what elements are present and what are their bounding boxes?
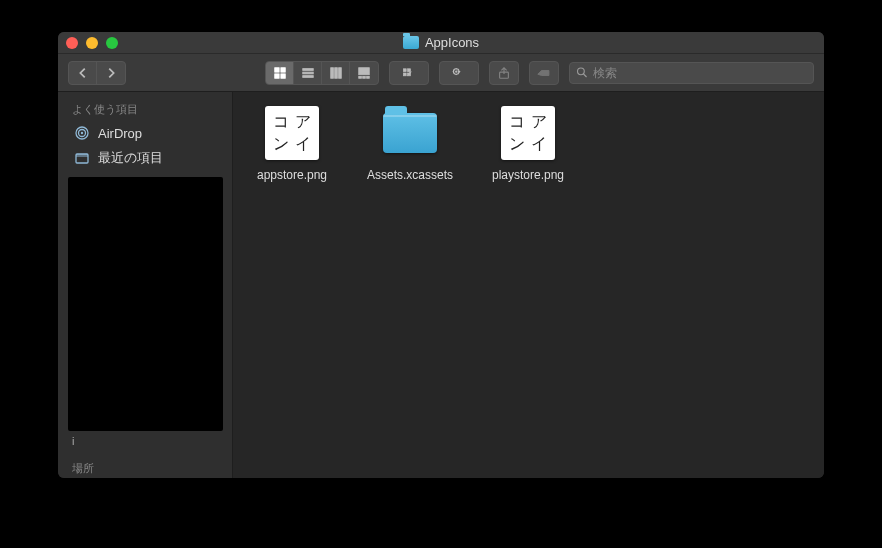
svg-rect-10 — [359, 67, 370, 74]
svg-rect-6 — [302, 75, 313, 77]
back-button[interactable] — [69, 62, 97, 84]
fullscreen-button[interactable] — [106, 37, 118, 49]
nav-buttons — [68, 61, 126, 85]
tags-button[interactable] — [530, 62, 558, 84]
svg-rect-1 — [280, 67, 284, 71]
sidebar-item-airdrop[interactable]: AirDrop — [58, 121, 232, 145]
file-item-assets[interactable]: Assets.xcassets — [365, 106, 455, 182]
minimize-button[interactable] — [86, 37, 98, 49]
svg-rect-8 — [334, 67, 337, 78]
gallery-view-button[interactable] — [350, 62, 378, 84]
sidebar-blackbox — [68, 177, 223, 431]
svg-point-21 — [578, 68, 585, 75]
image-thumbnail: コ ア ン イ — [265, 106, 319, 160]
forward-button[interactable] — [97, 62, 125, 84]
toolbar — [58, 54, 824, 92]
svg-point-19 — [455, 70, 457, 72]
window-title-text: AppIcons — [425, 35, 479, 50]
svg-rect-16 — [403, 73, 406, 76]
file-label: appstore.png — [257, 168, 327, 182]
search-input[interactable] — [593, 66, 807, 80]
folder-icon — [383, 113, 437, 153]
svg-rect-14 — [403, 68, 406, 71]
tags-group — [529, 61, 559, 85]
arrange-button[interactable] — [390, 62, 428, 84]
sidebar: よく使う項目 AirDrop 最近の項目 i 場所 MachintoshHD — [58, 92, 233, 478]
action-group — [439, 61, 479, 85]
file-label: playstore.png — [492, 168, 564, 182]
svg-rect-26 — [76, 154, 88, 157]
column-view-button[interactable] — [322, 62, 350, 84]
svg-rect-7 — [330, 67, 333, 78]
svg-rect-3 — [280, 73, 284, 77]
search-icon — [576, 66, 588, 79]
search-box[interactable] — [569, 62, 814, 84]
icon-view-button[interactable] — [266, 62, 294, 84]
action-menu-button[interactable] — [440, 62, 478, 84]
list-view-button[interactable] — [294, 62, 322, 84]
arrange-group — [389, 61, 429, 85]
finder-window: AppIcons — [58, 32, 824, 478]
sidebar-item-label: AirDrop — [98, 126, 142, 141]
svg-rect-13 — [367, 76, 370, 78]
sidebar-locations-header: 場所 — [58, 457, 232, 478]
svg-point-24 — [81, 132, 83, 134]
svg-rect-0 — [274, 67, 278, 71]
sidebar-item-recents[interactable]: 最近の項目 — [58, 145, 232, 171]
file-item-appstore[interactable]: コ ア ン イ appstore.png — [247, 106, 337, 182]
file-item-playstore[interactable]: コ ア ン イ playstore.png — [483, 106, 573, 182]
close-button[interactable] — [66, 37, 78, 49]
share-button[interactable] — [490, 62, 518, 84]
sidebar-favorites-header: よく使う項目 — [58, 98, 232, 121]
sidebar-item-label: 最近の項目 — [98, 149, 163, 167]
airdrop-icon — [74, 125, 90, 141]
svg-rect-4 — [302, 68, 313, 70]
share-group — [489, 61, 519, 85]
svg-rect-15 — [408, 68, 411, 71]
folder-thumbnail — [383, 106, 437, 160]
recents-icon — [74, 150, 90, 166]
folder-icon — [403, 36, 419, 49]
file-label: Assets.xcassets — [367, 168, 453, 182]
svg-rect-12 — [363, 76, 366, 78]
image-thumbnail: コ ア ン イ — [501, 106, 555, 160]
svg-rect-5 — [302, 72, 313, 74]
content-area: コ ア ン イ appstore.png Assets.xcassets — [233, 92, 824, 478]
traffic-lights — [66, 37, 118, 49]
window-body: よく使う項目 AirDrop 最近の項目 i 場所 MachintoshHD — [58, 92, 824, 478]
view-mode-buttons — [265, 61, 379, 85]
sidebar-i-label: i — [58, 435, 232, 447]
window-title: AppIcons — [403, 35, 479, 50]
svg-rect-2 — [274, 73, 278, 77]
svg-rect-9 — [338, 67, 341, 78]
svg-rect-11 — [359, 76, 362, 78]
titlebar: AppIcons — [58, 32, 824, 54]
